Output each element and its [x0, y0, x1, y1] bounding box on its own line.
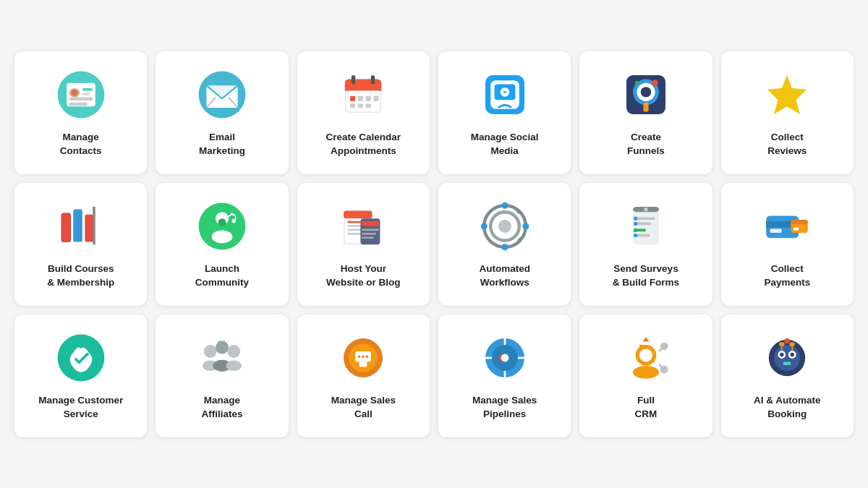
svg-rect-59	[362, 233, 377, 235]
svg-rect-40	[73, 210, 82, 242]
svg-rect-34	[643, 103, 648, 112]
svg-rect-58	[362, 229, 379, 231]
automated-workflows-label: AutomatedWorkflows	[479, 262, 530, 288]
build-courses-icon	[55, 200, 107, 252]
svg-point-111	[639, 349, 652, 362]
svg-rect-25	[366, 104, 371, 108]
manage-customer-icon	[55, 332, 107, 384]
svg-rect-124	[783, 362, 791, 366]
svg-rect-17	[352, 75, 355, 85]
svg-point-33	[641, 87, 651, 97]
svg-rect-50	[344, 211, 373, 219]
svg-point-75	[634, 217, 637, 221]
svg-point-98	[366, 356, 369, 359]
svg-rect-23	[350, 104, 355, 108]
svg-rect-112	[639, 345, 646, 348]
svg-point-117	[660, 366, 668, 374]
svg-point-97	[362, 356, 365, 359]
card-manage-social[interactable]: Manage SocialMedia	[438, 51, 571, 174]
email-marketing-icon	[196, 69, 248, 121]
svg-point-5	[71, 90, 77, 96]
card-host-website[interactable]: Host YourWebsite or Blog	[297, 183, 430, 306]
svg-rect-125	[780, 343, 785, 346]
collect-reviews-icon	[761, 69, 813, 121]
manage-pipelines-icon	[479, 332, 531, 384]
full-crm-label: FullCRM	[635, 394, 658, 420]
manage-affiliates-icon	[196, 332, 248, 384]
svg-point-76	[634, 222, 637, 226]
launch-community-label: LaunchCommunity	[195, 262, 249, 288]
svg-point-123	[791, 353, 794, 356]
launch-community-icon: +	[196, 200, 248, 252]
svg-marker-113	[642, 337, 649, 341]
card-manage-contacts[interactable]: ManageContacts	[14, 51, 147, 174]
card-manage-sales-call[interactable]: Manage SalesCall	[297, 314, 430, 437]
svg-rect-3	[69, 98, 92, 101]
card-create-funnels[interactable]: CreateFunnels	[579, 51, 712, 174]
card-collect-reviews[interactable]: CollectReviews	[721, 51, 854, 174]
svg-point-36	[635, 81, 639, 85]
svg-rect-24	[358, 104, 363, 108]
svg-point-91	[226, 361, 242, 371]
svg-point-64	[501, 202, 508, 209]
svg-rect-18	[371, 75, 375, 85]
card-create-calendar[interactable]: Create CalendarAppointments	[297, 51, 430, 174]
card-collect-payments[interactable]: CollectPayments	[721, 183, 854, 306]
feature-grid: ManageContacts EmailMarketing	[0, 37, 868, 452]
card-send-surveys[interactable]: Send Surveys& Build Forms	[579, 183, 712, 306]
svg-rect-15	[345, 86, 381, 91]
svg-point-66	[501, 244, 508, 251]
create-funnels-label: CreateFunnels	[627, 131, 665, 157]
svg-point-77	[634, 228, 637, 232]
svg-point-86	[204, 345, 217, 358]
card-launch-community[interactable]: + LaunchCommunity	[156, 183, 288, 306]
svg-point-47	[231, 219, 235, 223]
manage-contacts-label: ManageContacts	[60, 131, 102, 157]
svg-rect-42	[93, 207, 95, 244]
svg-text:+: +	[230, 210, 234, 218]
svg-point-46	[218, 218, 226, 226]
send-surveys-label: Send Surveys& Build Forms	[613, 262, 679, 288]
collect-reviews-label: CollectReviews	[767, 131, 807, 157]
svg-rect-20	[358, 96, 363, 101]
card-manage-customer[interactable]: Manage CustomerService	[14, 314, 147, 437]
create-calendar-icon	[337, 69, 389, 121]
svg-rect-99	[359, 362, 367, 367]
card-email-marketing[interactable]: EmailMarketing	[156, 51, 288, 174]
svg-rect-7	[82, 93, 90, 96]
svg-point-67	[480, 223, 487, 230]
collect-payments-label: CollectPayments	[764, 262, 810, 288]
svg-rect-92	[218, 341, 222, 348]
host-website-label: Host YourWebsite or Blog	[326, 262, 401, 288]
manage-customer-label: Manage CustomerService	[38, 394, 123, 420]
svg-point-96	[358, 356, 361, 359]
card-full-crm[interactable]: FullCRM	[579, 314, 712, 437]
svg-rect-19	[350, 96, 355, 101]
svg-point-63	[498, 220, 511, 233]
card-build-courses[interactable]: Build Courses& Membership	[14, 183, 147, 306]
svg-rect-52	[348, 221, 361, 223]
collect-payments-icon	[761, 200, 813, 252]
create-calendar-label: Create CalendarAppointments	[326, 131, 401, 157]
svg-rect-68	[633, 207, 659, 244]
svg-rect-6	[82, 88, 92, 91]
svg-point-122	[780, 353, 783, 356]
build-courses-label: Build Courses& Membership	[47, 262, 114, 288]
svg-rect-22	[374, 96, 379, 101]
card-ai-automate[interactable]: AI & AutomateBooking	[721, 314, 854, 437]
host-website-icon	[337, 200, 389, 252]
svg-rect-4	[69, 103, 87, 106]
svg-point-119	[774, 345, 800, 371]
svg-rect-84	[793, 228, 799, 231]
svg-point-110	[633, 366, 659, 379]
card-automated-workflows[interactable]: AutomatedWorkflows	[438, 183, 571, 306]
svg-rect-57	[362, 221, 379, 226]
svg-rect-21	[366, 96, 371, 101]
card-manage-affiliates[interactable]: ManageAffiliates	[156, 314, 288, 437]
svg-point-104	[501, 354, 509, 362]
manage-social-icon	[479, 69, 531, 121]
manage-sales-call-label: Manage SalesCall	[331, 394, 396, 420]
card-manage-pipelines[interactable]: Manage SalesPipelines	[438, 314, 571, 437]
ai-automate-icon	[761, 332, 813, 384]
create-funnels-icon	[620, 69, 672, 121]
